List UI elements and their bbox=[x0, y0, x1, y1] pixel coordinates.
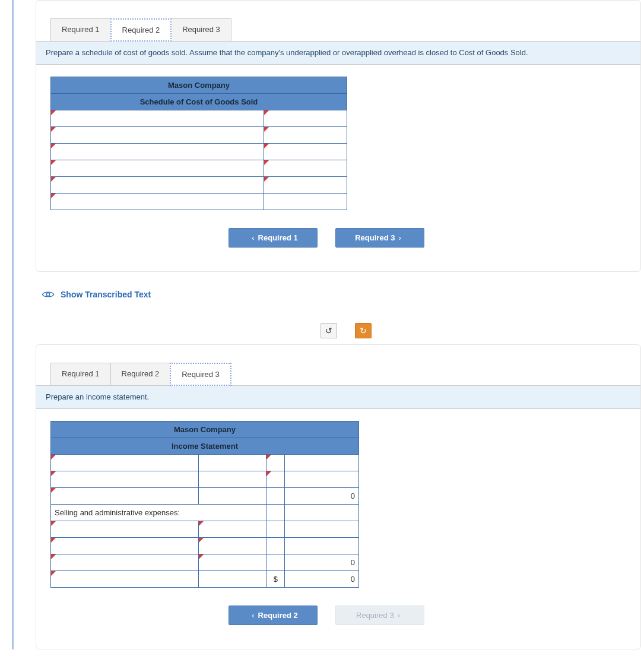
refresh-button-row: ↺ ↻ bbox=[320, 323, 641, 338]
cogs-table: Mason Company Schedule of Cost of Goods … bbox=[50, 77, 347, 210]
income-sym-cell bbox=[266, 505, 285, 521]
chevron-left-icon: ‹ bbox=[248, 611, 258, 620]
prev-button[interactable]: ‹Required 1 bbox=[229, 228, 318, 248]
income-sym-cell bbox=[266, 554, 285, 571]
income-sym-cell bbox=[266, 488, 285, 505]
cogs-label-cell[interactable] bbox=[51, 194, 264, 210]
income-sym-cell bbox=[266, 521, 285, 538]
redo-icon: ↻ bbox=[360, 326, 367, 335]
next-button[interactable]: Required 3› bbox=[335, 228, 424, 248]
cogs-label-cell[interactable] bbox=[51, 144, 264, 160]
income-mid-cell[interactable] bbox=[199, 488, 266, 505]
svg-point-0 bbox=[46, 293, 49, 296]
cogs-label-cell[interactable] bbox=[51, 110, 264, 127]
income-value-cell[interactable] bbox=[285, 455, 359, 471]
income-mid-cell[interactable] bbox=[199, 554, 266, 571]
income-label-cell[interactable] bbox=[51, 554, 199, 571]
cogs-value-cell[interactable] bbox=[264, 194, 347, 210]
income-value-cell[interactable] bbox=[285, 505, 359, 521]
tab-required-1[interactable]: Required 1 bbox=[50, 18, 111, 42]
tab-required-2[interactable]: Required 2 bbox=[110, 18, 172, 42]
income-sym-cell[interactable] bbox=[266, 455, 285, 471]
tab-required-3[interactable]: Required 3 bbox=[170, 363, 231, 386]
schedule-header: Schedule of Cost of Goods Sold bbox=[51, 94, 347, 110]
income-value-cell[interactable] bbox=[285, 471, 359, 488]
transcribed-text-row: Show Transcribed Text bbox=[42, 290, 641, 299]
income-mid-cell[interactable] bbox=[199, 455, 266, 471]
income-label-cell[interactable] bbox=[51, 455, 199, 471]
chevron-right-icon: › bbox=[395, 233, 404, 242]
statement-header: Income Statement bbox=[51, 438, 359, 455]
income-value-cell[interactable] bbox=[285, 538, 359, 554]
cogs-value-cell[interactable] bbox=[264, 160, 347, 177]
income-value-cell[interactable]: 0 bbox=[285, 488, 359, 505]
cogs-value-cell[interactable] bbox=[264, 127, 347, 144]
income-value-cell[interactable] bbox=[285, 521, 359, 538]
income-sym-cell bbox=[266, 538, 285, 554]
eye-icon bbox=[42, 290, 55, 299]
tab-row-1: Required 1 Required 2 Required 3 bbox=[50, 18, 640, 42]
income-total-cell[interactable]: 0 bbox=[285, 571, 359, 588]
undo-icon: ↺ bbox=[325, 326, 332, 335]
income-label-cell[interactable] bbox=[51, 538, 199, 554]
instruction-text-2: Prepare an income statement. bbox=[36, 385, 640, 409]
income-value-cell[interactable]: 0 bbox=[285, 554, 359, 571]
cogs-label-cell[interactable] bbox=[51, 160, 264, 177]
income-mid-cell[interactable] bbox=[199, 538, 266, 554]
income-label-cell[interactable] bbox=[51, 488, 199, 505]
income-label-cell[interactable] bbox=[51, 471, 199, 488]
income-table: Mason Company Income Statement 0 Selling… bbox=[50, 421, 359, 588]
income-label-cell[interactable] bbox=[51, 521, 199, 538]
panel-required-3: Required 1 Required 2 Required 3 Prepare… bbox=[36, 344, 641, 649]
panel-required-2: Required 1 Required 2 Required 3 Prepare… bbox=[36, 0, 641, 272]
company-header: Mason Company bbox=[51, 421, 359, 438]
instruction-text-1: Prepare a schedule of cost of goods sold… bbox=[36, 41, 640, 65]
undo-button[interactable]: ↺ bbox=[320, 323, 337, 338]
cogs-value-cell[interactable] bbox=[264, 144, 347, 160]
company-header: Mason Company bbox=[51, 77, 347, 94]
chevron-left-icon: ‹ bbox=[248, 233, 258, 242]
nav-row-2: ‹Required 2 Required 3› bbox=[50, 606, 640, 625]
next-button-disabled: Required 3› bbox=[335, 606, 424, 625]
nav-row-1: ‹Required 1 Required 3› bbox=[50, 228, 640, 248]
tab-row-2: Required 1 Required 2 Required 3 bbox=[50, 363, 640, 386]
income-mid-cell[interactable] bbox=[199, 471, 266, 488]
redo-button[interactable]: ↻ bbox=[355, 323, 372, 338]
tab-required-1[interactable]: Required 1 bbox=[50, 363, 111, 386]
tab-required-3[interactable]: Required 3 bbox=[171, 18, 231, 42]
cogs-label-cell[interactable] bbox=[51, 127, 264, 144]
income-sym-cell[interactable] bbox=[266, 471, 285, 488]
show-transcribed-link[interactable]: Show Transcribed Text bbox=[61, 290, 151, 299]
chevron-right-icon: › bbox=[394, 611, 404, 620]
prev-button[interactable]: ‹Required 2 bbox=[229, 606, 318, 625]
tab-required-2[interactable]: Required 2 bbox=[110, 363, 171, 386]
cogs-label-cell[interactable] bbox=[51, 177, 264, 194]
income-mid-cell[interactable] bbox=[199, 521, 266, 538]
income-label-cell[interactable] bbox=[51, 571, 199, 588]
currency-symbol: $ bbox=[266, 571, 285, 588]
expenses-label: Selling and administrative expenses: bbox=[51, 505, 266, 521]
income-mid-cell[interactable] bbox=[199, 571, 266, 588]
cogs-value-cell[interactable] bbox=[264, 110, 347, 127]
cogs-value-cell[interactable] bbox=[264, 177, 347, 194]
